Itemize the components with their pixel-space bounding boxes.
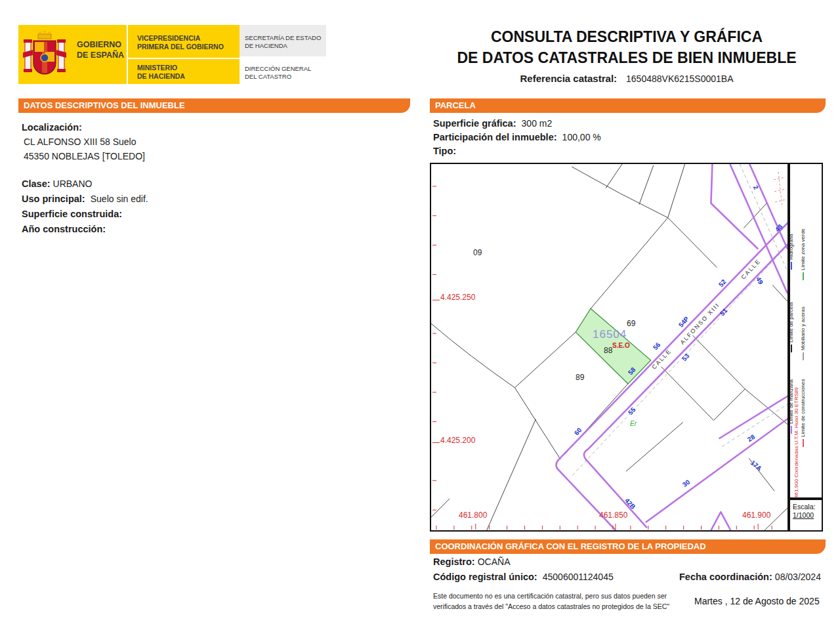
cadastral-consultation-page: GOBIERNO DE ESPAÑA VICEPRESIDENCIA PRIME… [0, 0, 840, 630]
legend-item-mobiliario: Mobiliario y aceras [800, 306, 806, 360]
green-zone-line-sample [803, 272, 804, 280]
crs-note: 461.900 Coordenadas U.T.M. Huso 30 ETRS8… [793, 387, 799, 498]
tipo-field: Tipo: [433, 146, 456, 156]
ministerio-hacienda-label: MINISTERIO DE HACIENDA [137, 64, 185, 81]
cadastral-reference-label: Referencia catastral: [520, 73, 617, 84]
title-line-1: CONSULTA DESCRIPTIVA Y GRÁFICA [430, 26, 824, 47]
address-line-2: 45350 NOBLEJAS [TOLEDO] [24, 151, 145, 161]
section-header-coordinacion: COORDINACIÓN GRÁFICA CON EL REGISTRO DE … [430, 539, 826, 554]
utm-x-coordinate: 461.800 [459, 511, 487, 520]
address-line-1: CL ALFONSO XIII 58 Suelo [24, 136, 136, 147]
title-line-2: DE DATOS CATASTRALES DE BIEN INMUEBLE [430, 47, 824, 68]
clase-field: Clase: URBANO [22, 178, 92, 189]
secretaria-estado-label: SECRETARÍA DE ESTADO DE HACIENDA [245, 34, 321, 50]
subject-parcel-label: 88 [604, 346, 612, 355]
logo-divider [128, 58, 240, 59]
section-header-datos-descriptivos: DATOS DESCRIPTIVOS DEL INMUEBLE [18, 98, 410, 113]
section-header-parcela: PARCELA [430, 98, 826, 113]
legend-item-zona-verde: Límite zona verde [800, 228, 806, 280]
disclaimer-text: Este documento no es una certificación c… [433, 591, 669, 612]
parcel-limit-line-sample [791, 345, 792, 352]
vicepresidencia-label: VICEPRESIDENCIA PRIMERA DEL GOBIERNO [137, 34, 224, 51]
superficie-construida-field: Superficie construida: [22, 209, 122, 219]
fecha-coordinacion-field: Fecha coordinación: 08/03/2024 [679, 572, 821, 582]
legend-item-limite-parcela: Límite de parcela [788, 303, 794, 352]
registro-field: Registro: OCAÑA [433, 556, 510, 567]
cadastral-reference: Referencia catastral:1650488VK6215S0001B… [430, 73, 824, 84]
localizacion-label: Localización: [22, 122, 82, 133]
participacion-field: Participación del inmueble: 100,00 % [433, 132, 601, 142]
utm-y-coordinate: 4.425.250 [440, 293, 475, 302]
parcel-label-89: 89 [576, 373, 584, 382]
hydrography-line-sample [791, 262, 792, 270]
map-legend: Hidrografía Límite zona verde Límite de … [789, 163, 823, 499]
scale-value: 1/1000 [793, 511, 822, 520]
direccion-general-catastro-label: DIRECCIÓN GENERAL DEL CATASTRO [245, 65, 311, 81]
subject-parcel-code: S.E.O [612, 342, 630, 349]
subject-parcel-number: 16504 [593, 328, 627, 341]
legend-item-limite-construcciones: Límite de construcciones [800, 379, 806, 448]
legend-item-hidrografia: Hidrografía [788, 234, 794, 270]
utm-y-coordinate: 4.425.200 [440, 436, 475, 445]
document-title: CONSULTA DESCRIPTIVA Y GRÁFICA DE DATOS … [430, 26, 824, 84]
furniture-line-sample [803, 352, 804, 360]
construction-limit-line-sample [803, 439, 804, 447]
parcel-label-69: 69 [627, 319, 635, 328]
document-date: Martes , 12 de Agosto de 2025 [694, 596, 820, 606]
spain-coat-of-arms-icon [22, 29, 67, 81]
cadastral-map[interactable]: 09 69 89 88 16504 S.E.O 60 58 56 54P 52 … [430, 163, 789, 532]
green-zone-label: Er [630, 420, 637, 427]
codigo-registral-field: Código registral único: 45006001124045 [433, 572, 614, 582]
scale-label: Escala: [793, 503, 822, 511]
map-scale: Escala: 1/1000 [789, 499, 823, 532]
utm-x-coordinate: 461.900 [742, 511, 770, 520]
cadastral-reference-value: 1650488VK6215S0001BA [626, 74, 733, 84]
ano-construccion-field: Año construcción: [22, 224, 106, 234]
logo-divider [127, 25, 128, 84]
block-limit-line-sample [791, 426, 792, 434]
superficie-grafica-field: Superficie gráfica: 300 m2 [433, 118, 552, 129]
utm-x-coordinate: 461.850 [599, 511, 627, 520]
gobierno-de-espana-label: GOBIERNO DE ESPAÑA [77, 39, 124, 60]
parcel-label-09: 09 [473, 248, 482, 257]
uso-principal-field: Uso principal: Suelo sin edif. [22, 194, 148, 204]
